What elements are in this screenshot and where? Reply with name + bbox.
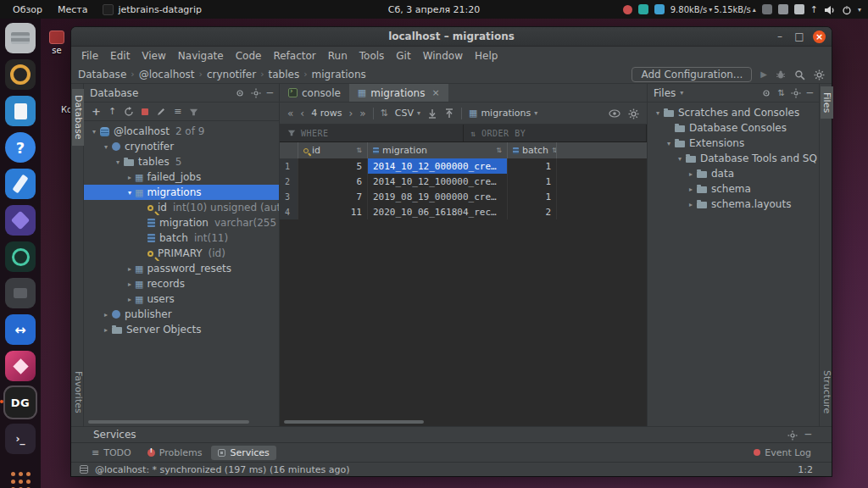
row-number[interactable]: 2: [280, 174, 298, 189]
close-button[interactable]: ×: [813, 30, 826, 43]
chat-icon[interactable]: [638, 4, 648, 14]
settings-icon[interactable]: [251, 87, 261, 99]
settings-icon[interactable]: [628, 108, 639, 119]
tool-tab-event-log[interactable]: Event Log: [747, 446, 818, 460]
menu-edit[interactable]: Edit: [104, 48, 136, 64]
hide-panel-icon[interactable]: ─: [805, 429, 811, 441]
row-number[interactable]: 1: [280, 158, 298, 174]
debug-icon[interactable]: [776, 69, 786, 80]
title-bar[interactable]: localhost – migrations – □ ×: [71, 27, 832, 47]
tab-migrations[interactable]: ▦ migrations ×: [349, 84, 448, 102]
cube-icon[interactable]: [5, 351, 36, 381]
recorder-icon[interactable]: [623, 5, 632, 14]
photos-icon[interactable]: [5, 59, 36, 90]
cell-id[interactable]: 5: [298, 158, 368, 174]
settings-icon[interactable]: [791, 87, 801, 99]
tree-item-users[interactable]: ▸ ▦ users: [84, 291, 279, 307]
tree-item-schema[interactable]: ▸ schema: [648, 181, 819, 197]
chevron-down-icon[interactable]: ▾: [680, 89, 683, 97]
vscode-icon[interactable]: [5, 169, 36, 199]
horizontal-scrollbar[interactable]: [88, 420, 249, 424]
tree-item-database-tools[interactable]: ▾ Database Tools and SQ: [648, 151, 819, 166]
column-header-batch[interactable]: batch ⇅: [508, 142, 557, 158]
desktop-file-icon[interactable]: se: [49, 30, 64, 55]
status-icon[interactable]: [80, 465, 88, 474]
breadcrumb-tables[interactable]: tables: [269, 69, 300, 80]
close-tab-icon[interactable]: ×: [431, 87, 439, 98]
last-page-icon[interactable]: »: [359, 108, 365, 119]
terminal-icon[interactable]: [5, 424, 36, 454]
notes-icon[interactable]: [794, 4, 804, 14]
chevron-down-icon[interactable]: ▾: [858, 6, 861, 14]
maximize-button[interactable]: □: [793, 30, 805, 42]
cell-id[interactable]: 11: [298, 204, 368, 219]
breadcrumb-crynotifer[interactable]: crynotifer: [207, 69, 256, 80]
tool-tab-problems[interactable]: Problems: [141, 446, 209, 460]
power-icon[interactable]: [842, 4, 852, 15]
app-menu[interactable]: jetbrains-datagrip: [95, 0, 209, 19]
row-count-label[interactable]: 4 rows: [311, 108, 342, 119]
player-icon[interactable]: [5, 241, 36, 272]
column-header-id[interactable]: id ⇅: [298, 142, 368, 158]
menu-help[interactable]: Help: [469, 48, 504, 64]
tool-tab-todo[interactable]: ≡ TODO: [85, 446, 138, 460]
modeler-icon[interactable]: [5, 205, 36, 236]
tree-item-data[interactable]: ▸ data: [648, 166, 819, 181]
keyboard-icon[interactable]: [762, 4, 772, 14]
minimize-button[interactable]: –: [774, 30, 786, 42]
view-options-icon[interactable]: [609, 108, 620, 119]
rows-icon[interactable]: ≡: [174, 106, 181, 117]
tree-item-migration-column[interactable]: migration varchar(255: [84, 215, 279, 230]
status-message[interactable]: @localhost: * synchronized (197 ms) (16 …: [95, 464, 349, 475]
volume-icon[interactable]: [824, 4, 836, 15]
tree-item-records[interactable]: ▸ ▦ records: [84, 276, 279, 291]
where-filter-input[interactable]: WHERE: [280, 125, 464, 141]
tree-item-schema-layouts[interactable]: ▸ schema.layouts: [648, 197, 819, 212]
collapse-all-icon[interactable]: ⇅: [777, 88, 784, 97]
tab-console[interactable]: console: [280, 84, 349, 102]
corner-cell[interactable]: [280, 142, 298, 158]
first-page-icon[interactable]: «: [287, 108, 293, 119]
tree-item-failed-jobs[interactable]: ▸ ▦ failed_jobs: [84, 169, 279, 185]
app-grid-icon[interactable]: [5, 466, 36, 488]
upload-indicator-icon[interactable]: ↑: [810, 4, 818, 15]
breadcrumb-database[interactable]: Database: [78, 69, 126, 80]
tool-tab-favorites[interactable]: Favorites: [72, 365, 85, 419]
breadcrumb-localhost[interactable]: @localhost: [139, 69, 195, 80]
messenger-icon[interactable]: [654, 4, 665, 14]
hide-panel-icon[interactable]: ─: [267, 87, 273, 99]
run-icon[interactable]: ▶: [760, 69, 767, 79]
settings-icon[interactable]: [787, 429, 798, 441]
add-datasource-icon[interactable]: +: [92, 105, 101, 118]
menu-git[interactable]: Git: [390, 48, 416, 64]
menu-refactor[interactable]: Refactor: [267, 48, 321, 64]
cell-batch[interactable]: 1: [508, 158, 557, 174]
caret-position[interactable]: 1:2: [798, 464, 813, 475]
menu-code[interactable]: Code: [230, 48, 268, 64]
cell-migration[interactable]: 2020_10_06_161804_rec…: [368, 204, 508, 219]
stop-icon[interactable]: [142, 108, 148, 115]
table-selector[interactable]: ▦ migrations ▾: [469, 108, 537, 119]
clock[interactable]: Сб, 3 апреля 21:20: [381, 0, 487, 19]
network-speed-indicator[interactable]: 9.80kB/s ▾ 5.15kB/s ▴: [670, 5, 756, 14]
menu-run[interactable]: Run: [322, 48, 353, 64]
tree-item-id-column[interactable]: id int(10) unsigned (aut: [84, 200, 279, 215]
tree-item-batch-column[interactable]: batch int(11): [84, 230, 279, 246]
settings-icon[interactable]: [814, 69, 825, 80]
clipboard-icon[interactable]: [778, 4, 788, 14]
hide-panel-icon[interactable]: ─: [807, 87, 813, 99]
menu-view[interactable]: View: [136, 48, 171, 64]
activities-button[interactable]: Обзор: [5, 0, 50, 19]
tree-item-tables[interactable]: ▾ tables 5: [84, 154, 279, 169]
tree-item-server-objects[interactable]: ▸ Server Objects: [84, 322, 279, 337]
menu-window[interactable]: Window: [417, 48, 469, 64]
horizontal-scrollbar[interactable]: [284, 420, 424, 424]
row-number[interactable]: 4: [280, 204, 298, 219]
teamviewer-icon[interactable]: [5, 314, 36, 345]
filter-icon[interactable]: [189, 106, 198, 118]
cell-batch[interactable]: 1: [508, 174, 557, 189]
cell-id[interactable]: 6: [298, 174, 368, 189]
tree-item-database-consoles[interactable]: Database Consoles: [648, 120, 819, 136]
tool-tab-services[interactable]: Services: [211, 446, 275, 460]
tool-tab-files[interactable]: Files: [821, 86, 833, 119]
